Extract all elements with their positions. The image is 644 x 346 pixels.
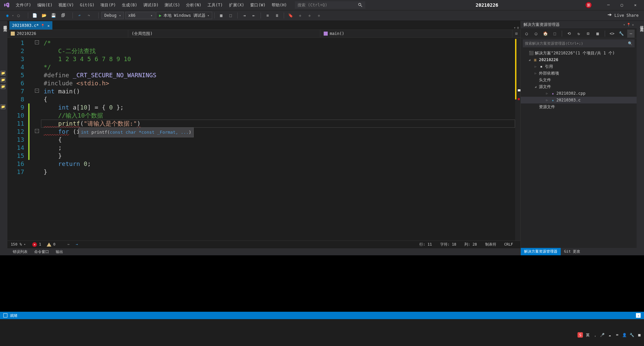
nav-prev-icon[interactable]: ←: [65, 242, 72, 247]
menu-view[interactable]: 视图(V): [55, 0, 77, 10]
nav-next-icon[interactable]: →: [74, 242, 80, 247]
tree-file-cpp[interactable]: ▷⬧20210302.cpp: [521, 90, 637, 97]
sol-collapse-icon[interactable]: ⊡: [585, 30, 592, 38]
sol-code-icon[interactable]: <>: [608, 30, 616, 38]
tab-command-window[interactable]: 命令窗口: [31, 248, 52, 256]
zoom-level[interactable]: 150 %: [11, 242, 22, 247]
sol-prop-icon[interactable]: 🔧: [618, 30, 625, 38]
tray-mic-icon[interactable]: 🎤: [600, 332, 605, 338]
minimize-button[interactable]: ─: [602, 0, 615, 10]
panel-dropdown-icon[interactable]: ▾: [623, 23, 625, 27]
error-count-icon[interactable]: ✕: [32, 242, 37, 247]
undo-icon[interactable]: ↶: [76, 11, 84, 19]
solution-search-input[interactable]: 搜索解决方案资源管理器(Ctrl+;) 🔍: [523, 39, 635, 47]
tray-tool-icon[interactable]: 🔧: [629, 332, 635, 338]
tree-resources[interactable]: 📁资源文件: [521, 103, 637, 110]
tree-file-c[interactable]: ▷⬧20210303.c: [521, 97, 637, 103]
tb-icon-3[interactable]: ⇥: [240, 11, 248, 19]
sol-home-icon[interactable]: 🏠: [542, 30, 549, 38]
sol-refresh-icon[interactable]: ↻: [575, 30, 582, 38]
menu-help[interactable]: 帮助(H): [269, 0, 290, 10]
start-debug-button[interactable]: ▶本地 Windows 调试器▾: [156, 12, 212, 19]
menu-git[interactable]: Git(G): [77, 0, 97, 10]
tab-settings-icon[interactable]: ⚙: [517, 26, 519, 30]
tab-close-icon[interactable]: ✕: [47, 24, 49, 28]
notification-badge[interactable]: 新: [586, 2, 592, 8]
nav-fwd-icon[interactable]: ◯: [14, 11, 22, 19]
menu-project[interactable]: 项目(P): [97, 0, 119, 10]
tb-icon-6[interactable]: ≣: [273, 11, 281, 19]
platform-dropdown[interactable]: x86▾: [125, 12, 155, 19]
save-icon[interactable]: 💾: [50, 11, 58, 19]
tab-git-changes[interactable]: Git 更改: [561, 248, 584, 255]
tb-icon-9[interactable]: ◈: [315, 11, 323, 19]
close-button[interactable]: ✕: [629, 0, 642, 10]
menu-debug[interactable]: 调试(D): [140, 0, 162, 10]
fold-icon[interactable]: −: [35, 129, 39, 133]
split-icon[interactable]: ⊞: [512, 30, 520, 37]
tray-user-icon[interactable]: 👤: [622, 332, 627, 338]
tab-solution-explorer[interactable]: 解决方案资源管理器: [521, 248, 561, 255]
sol-fwd-icon[interactable]: ◯: [532, 30, 540, 38]
nav-function[interactable]: main(): [320, 30, 512, 37]
tree-headers[interactable]: 📁头文件: [521, 77, 637, 83]
indent-mode[interactable]: 制表符: [481, 242, 500, 247]
tree-references[interactable]: ▷▪引用: [521, 63, 637, 70]
redo-icon[interactable]: ↷: [85, 11, 93, 19]
menu-extensions[interactable]: 扩展(X): [226, 0, 247, 10]
code-area[interactable]: /* C-二分法查找 1 2 3 4 5 6 7 8 9 10 */ #defi…: [41, 38, 515, 241]
new-file-icon[interactable]: 📄: [31, 11, 39, 19]
config-dropdown[interactable]: Debug▾: [101, 12, 124, 19]
tab-error-list[interactable]: 错误列表: [9, 248, 31, 256]
eol-mode[interactable]: CRLF: [500, 242, 517, 247]
panel-close-icon[interactable]: ✕: [632, 23, 634, 27]
tab-output[interactable]: 输出: [52, 248, 66, 256]
scroll-minimap[interactable]: [515, 38, 520, 241]
right-tool-rail[interactable]: 属性 工具箱: [637, 21, 644, 255]
tb-icon-7[interactable]: ◈: [296, 11, 304, 19]
nav-scope[interactable]: 20210226: [7, 30, 128, 37]
ime-icon[interactable]: S: [578, 332, 583, 338]
tb-icon-2[interactable]: ⬚: [227, 11, 235, 19]
tree-sources[interactable]: ◢📁源文件: [521, 83, 637, 90]
pin-icon[interactable]: 📍: [41, 24, 45, 28]
tab-dropdown-icon[interactable]: ▾: [514, 26, 516, 30]
menu-test[interactable]: 测试(S): [162, 0, 183, 10]
sol-back-icon[interactable]: ◯: [523, 30, 530, 38]
ime-lang[interactable]: 英: [585, 332, 590, 338]
maximize-button[interactable]: ▢: [615, 0, 629, 10]
code-editor[interactable]: 1234567891011121314151617 − − − /* C-二分法…: [7, 38, 520, 241]
ime-punct-icon[interactable]: ，: [592, 332, 598, 338]
fold-icon[interactable]: −: [35, 40, 39, 44]
panel-pin-icon[interactable]: 📍: [627, 23, 631, 27]
menu-edit[interactable]: 编辑(E): [34, 0, 56, 10]
tree-project[interactable]: ◢▣20210226: [521, 56, 637, 63]
open-file-icon[interactable]: 📂: [40, 11, 48, 19]
sol-sync-icon[interactable]: ⟲: [565, 30, 573, 38]
live-share-button[interactable]: Live Share: [604, 13, 641, 18]
tb-icon-1[interactable]: ▦: [217, 11, 225, 19]
bookmark-icon[interactable]: 🔖: [287, 11, 295, 19]
tray-kb-icon[interactable]: ⌨: [614, 332, 620, 338]
nav-context[interactable]: (全局范围): [128, 30, 320, 37]
left-tool-rail[interactable]: 服务器资源管理器 工具箱: [0, 21, 7, 255]
menu-window[interactable]: 窗口(W): [247, 0, 269, 10]
tray-grid-icon[interactable]: ▦: [637, 332, 642, 338]
tb-icon-8[interactable]: ◈: [306, 11, 314, 19]
sol-showall-icon[interactable]: ▦: [594, 30, 601, 38]
warning-count-icon[interactable]: [47, 243, 51, 247]
fold-icon[interactable]: −: [35, 89, 39, 93]
menu-file[interactable]: 文件(F): [13, 0, 34, 10]
menu-build[interactable]: 生成(B): [119, 0, 140, 10]
tree-solution-root[interactable]: ⬛解决方案"20210226"(1 个项目/共 1 个): [521, 50, 637, 56]
editor-tab-active[interactable]: 20210303.c* 📍 ✕: [9, 21, 52, 30]
tree-external-deps[interactable]: ▷📁外部依赖项: [521, 70, 637, 77]
nav-back-icon[interactable]: ◉: [3, 11, 11, 19]
sol-preview-icon[interactable]: —: [627, 30, 635, 38]
tb-icon-5[interactable]: ≡: [264, 11, 272, 19]
tray-cloud-icon[interactable]: ☁: [607, 332, 612, 338]
menu-tools[interactable]: 工具(T): [204, 0, 226, 10]
global-search-input[interactable]: 搜索 (Ctrl+Q): [295, 1, 365, 9]
sol-switch-icon[interactable]: ⬚: [551, 30, 558, 38]
tb-icon-4[interactable]: ⇤: [250, 11, 258, 19]
